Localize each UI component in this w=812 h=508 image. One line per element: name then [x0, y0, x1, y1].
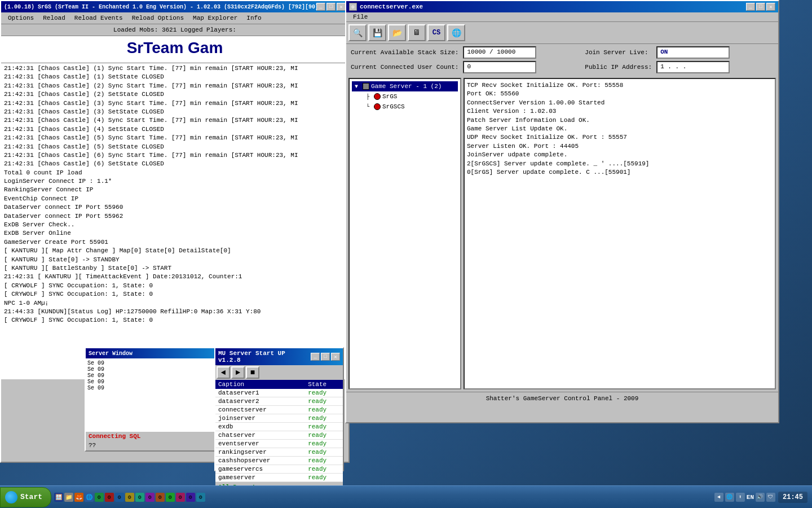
log-line: DataServer connect IP Port 55960: [4, 203, 346, 212]
startup-row[interactable]: exdbready: [215, 423, 343, 431]
taskbar-icon-12[interactable]: ⚙: [166, 493, 175, 502]
toolbar-grid-button[interactable]: CS: [427, 24, 445, 41]
log-line: 21:42:31 [Chaos Castle] (5) Sync Start T…: [4, 134, 346, 142]
taskbar-icon-11[interactable]: ⚙: [156, 493, 165, 502]
systray-network-icon[interactable]: 🌐: [725, 493, 734, 502]
toolbar-open-button[interactable]: 📂: [388, 24, 406, 41]
maximize-button[interactable]: □: [326, 3, 336, 11]
connect-menu-file[interactable]: File: [348, 12, 372, 21]
startup-row[interactable]: dataserver2ready: [215, 397, 343, 406]
menu-map-explorer[interactable]: Map Explorer: [188, 14, 242, 23]
srgscs-label: SrGSCS: [382, 103, 405, 110]
systray-volume-icon[interactable]: 🔊: [756, 493, 765, 502]
taskbar-icon-2[interactable]: 📁: [64, 493, 73, 502]
server-tree[interactable]: ▼ Game Server - 1 (2) ├ SrGS └ SrGSCS: [348, 78, 461, 389]
taskbar-icon-firefox[interactable]: 🦊: [74, 493, 83, 502]
language-indicator[interactable]: EN: [747, 494, 754, 501]
taskbar-icon-4[interactable]: 🌐: [85, 493, 94, 502]
small-log-line: Se 09: [87, 360, 217, 366]
menu-reload[interactable]: Reload: [38, 14, 70, 23]
join-server-label: Join Server Live:: [585, 49, 652, 56]
small-log-line: Se 09: [87, 366, 217, 373]
small-bottom: ??: [86, 441, 219, 450]
state-cell: ready: [305, 465, 343, 474]
taskbar-icon-10[interactable]: ⚙: [145, 493, 155, 502]
startup-row[interactable]: rankingserverready: [215, 448, 343, 457]
startup-window: MU Server Start UP v1.2.8 _ □ ✕ ◄ ► ■ Ca…: [214, 347, 344, 471]
connect-log-line: TCP Recv Socket Initialize OK. Port: 555…: [467, 81, 773, 90]
connect-title: connectserver.exe: [360, 3, 423, 10]
stack-size-value[interactable]: 10000 / 10000: [463, 46, 536, 59]
start-button[interactable]: Start: [0, 487, 51, 507]
connect-log-line: UDP Recv Socket Initialize OK. Port : 55…: [467, 133, 773, 142]
systray-antivirus-icon[interactable]: 🛡: [766, 493, 775, 502]
srgs-header: Loaded Mobs: 3621 Logged Players:: [1, 24, 348, 36]
caption-cell: chatserver: [215, 431, 305, 440]
menu-reload-events[interactable]: Reload Events: [70, 14, 127, 23]
taskbar-icon-6[interactable]: ⚙: [105, 493, 114, 502]
taskbar-icon-15[interactable]: ⚙: [196, 493, 205, 502]
connecting-sql-text: Connecting SQL: [89, 433, 140, 440]
taskbar-icon-14[interactable]: ⚙: [186, 493, 195, 502]
startup-row[interactable]: gameservercsready: [215, 465, 343, 474]
startup-minimize-btn[interactable]: _: [311, 353, 320, 361]
log-line: [ CRYWOLF ] SYNC Occupation: 1, State: 0: [4, 282, 346, 290]
connect-log-line: Server Listen OK. Port : 44405: [467, 142, 773, 151]
tree-item-srgscs[interactable]: └ SrGSCS: [352, 102, 458, 112]
taskbar-icon-9[interactable]: ⚙: [135, 493, 144, 502]
close-button[interactable]: ✕: [337, 3, 346, 11]
taskbar-icon-7[interactable]: ⚙: [115, 493, 124, 502]
log-line: [ CRYWOLF ] SYNC Occupation: 1, State: 0: [4, 316, 346, 325]
state-header: State: [305, 380, 343, 389]
startup-row[interactable]: joinserverready: [215, 414, 343, 423]
state-cell: ready: [305, 474, 343, 482]
srgscs-status-icon: [374, 103, 381, 110]
srgs-title: (1.00.18) SrGS (SrTeam II - Enchanted 1.…: [4, 4, 316, 10]
tree-item-srgs[interactable]: ├ SrGS: [352, 91, 458, 102]
menu-options[interactable]: Options: [3, 14, 38, 23]
taskbar-icon-1[interactable]: 🪟: [54, 493, 63, 502]
systray-arrow-icon[interactable]: ◄: [714, 493, 723, 502]
taskbar-icon-5[interactable]: ⚙: [95, 493, 104, 502]
connect-log: TCP Recv Socket Initialize OK. Port: 555…: [464, 78, 776, 389]
connect-log-line: 2[SrGSCS] Server update complete. _ ' ..…: [467, 160, 773, 168]
caption-cell: dataserver1: [215, 389, 305, 397]
connect-minimize-button[interactable]: _: [746, 3, 755, 11]
tree-item-gameserver[interactable]: ▼ Game Server - 1 (2): [352, 81, 458, 91]
connect-maximize-button[interactable]: □: [756, 3, 765, 11]
toolbar-save-button[interactable]: 💾: [368, 24, 386, 41]
startup-row[interactable]: dataserver1ready: [215, 389, 343, 397]
toolbar-search-button[interactable]: 🔍: [348, 24, 367, 41]
startup-restore-btn[interactable]: □: [321, 353, 330, 361]
join-server-value[interactable]: ON: [656, 46, 730, 59]
startup-next-btn[interactable]: ►: [231, 366, 245, 379]
small-footer: Connecting SQL: [86, 432, 219, 441]
startup-row[interactable]: gameserverready: [215, 474, 343, 482]
public-ip-value[interactable]: 1 . . .: [656, 61, 730, 73]
menu-info[interactable]: Info: [242, 14, 266, 23]
connect-main-area: ▼ Game Server - 1 (2) ├ SrGS └ SrGSCS TC…: [346, 76, 778, 392]
menu-reload-options[interactable]: Reload Options: [127, 14, 188, 23]
toolbar-network-button[interactable]: 🌐: [447, 24, 465, 41]
startup-row[interactable]: cashshopserverready: [215, 457, 343, 465]
startup-stop-btn[interactable]: ■: [246, 366, 259, 379]
startup-row[interactable]: eventserverready: [215, 440, 343, 448]
user-count-value[interactable]: 0: [463, 61, 536, 73]
startup-prev-btn[interactable]: ◄: [217, 366, 230, 379]
taskbar-icon-13[interactable]: ⚙: [176, 493, 185, 502]
toolbar-monitor-button[interactable]: 🖥: [408, 24, 426, 41]
gameserver-label: Game Server - 1 (2): [371, 83, 442, 90]
log-line: 21:42:31 [Chaos Castle] (6) Sync Start T…: [4, 151, 346, 160]
caption-cell: cashshopserver: [215, 457, 305, 465]
log-line: NPC 1-0 AMµ¡: [4, 299, 346, 308]
taskbar-icon-8[interactable]: ⚙: [125, 493, 134, 502]
startup-close-btn[interactable]: ✕: [331, 353, 340, 361]
connect-close-button[interactable]: ✕: [766, 3, 775, 11]
systray-up-icon[interactable]: ⬆: [736, 493, 745, 502]
state-cell: ready: [305, 457, 343, 465]
log-line: ExDB Server Check..: [4, 221, 346, 229]
startup-row[interactable]: chatserverready: [215, 431, 343, 440]
minimize-button[interactable]: _: [316, 3, 325, 11]
startup-row[interactable]: connectserverready: [215, 406, 343, 414]
desktop: (1.00.18) SrGS (SrTeam II - Enchanted 1.…: [0, 0, 812, 485]
